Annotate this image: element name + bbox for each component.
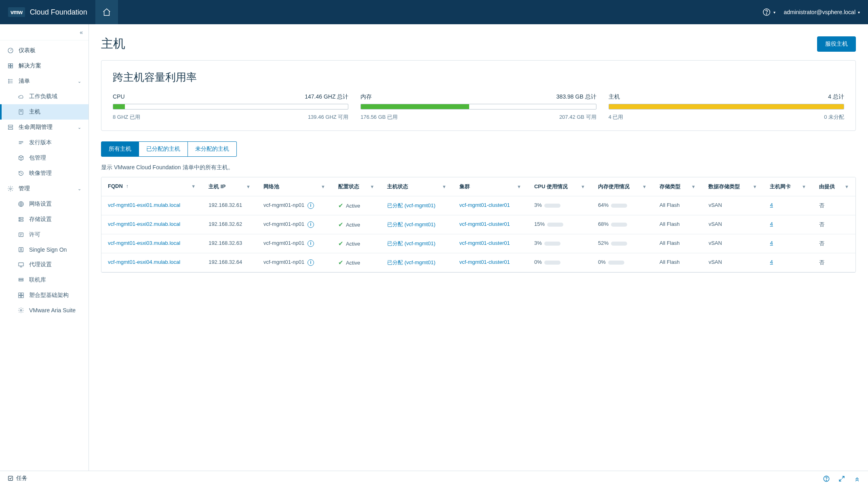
fqdn-link[interactable]: vcf-mgmt01-esxi02.mulab.local xyxy=(108,221,180,227)
col-header-10[interactable]: 主机网卡▼ xyxy=(763,177,812,196)
col-header-2[interactable]: 网络池▼ xyxy=(257,177,332,196)
cap-bar xyxy=(113,104,348,109)
cap-free: 139.46 GHZ 可用 xyxy=(308,114,348,121)
col-header-6[interactable]: CPU 使用情况▼ xyxy=(528,177,592,196)
nics-link[interactable]: 4 xyxy=(770,202,773,208)
commission-host-button[interactable]: 服役主机 xyxy=(817,36,856,52)
svg-rect-28 xyxy=(21,296,23,298)
info-icon[interactable]: i xyxy=(308,202,314,209)
col-header-11[interactable]: 由提供▼ xyxy=(813,177,855,196)
fqdn-link[interactable]: vcf-mgmt01-esxi04.mulab.local xyxy=(108,259,180,265)
col-header-8[interactable]: 存储类型▼ xyxy=(653,177,702,196)
cpu-cell: 3% xyxy=(528,196,592,215)
nav-item-15[interactable]: 联机库 xyxy=(0,272,88,288)
cluster-link[interactable]: vcf-mgmt01-cluster01 xyxy=(459,202,510,208)
col-header-9[interactable]: 数据存储类型▼ xyxy=(702,177,763,196)
nav-item-9[interactable]: 管理⌄ xyxy=(0,181,88,196)
nav-item-3[interactable]: 工作负载域 xyxy=(0,89,88,104)
filter-icon[interactable]: ▼ xyxy=(442,184,447,189)
info-icon[interactable]: i xyxy=(308,240,314,247)
tasks-tab[interactable]: 任务 xyxy=(7,475,27,483)
host-state-link[interactable]: 已分配 (vcf-mgmt01) xyxy=(387,259,435,265)
col-header-5[interactable]: 集群▼ xyxy=(453,177,528,196)
cluster-link[interactable]: vcf-mgmt01-cluster01 xyxy=(459,240,510,246)
nav-item-2[interactable]: 清单⌄ xyxy=(0,74,88,89)
footer-expand-icon[interactable] xyxy=(838,475,845,482)
cluster-link[interactable]: vcf-mgmt01-cluster01 xyxy=(459,259,510,265)
host-table[interactable]: FQDN↑▼主机 IP▼网络池▼配置状态▼主机状态▼集群▼CPU 使用情况▼内存… xyxy=(101,177,856,273)
footer-help-icon[interactable] xyxy=(823,475,830,482)
cluster-link[interactable]: vcf-mgmt01-cluster01 xyxy=(459,221,510,227)
info-icon[interactable]: i xyxy=(308,259,314,266)
nav-item-0[interactable]: 仪表板 xyxy=(0,43,88,58)
filter-icon[interactable]: ▼ xyxy=(370,184,374,189)
fqdn-link[interactable]: vcf-mgmt01-esxi01.mulab.local xyxy=(108,202,180,208)
fqdn-link[interactable]: vcf-mgmt01-esxi03.mulab.local xyxy=(108,240,180,246)
filter-icon[interactable]: ▼ xyxy=(845,184,849,189)
table-row: vcf-mgmt01-esxi01.mulab.local192.168.32.… xyxy=(101,196,855,215)
nav-item-11[interactable]: 存储设置 xyxy=(0,212,88,227)
footer-collapse-icon[interactable] xyxy=(853,475,861,482)
nics-link[interactable]: 4 xyxy=(770,259,773,265)
pool-cell: vcf-mgmt01-np01 i xyxy=(257,234,332,253)
aria-icon xyxy=(18,307,25,313)
nav-item-8[interactable]: 映像管理 xyxy=(0,166,88,181)
nav-item-1[interactable]: 解决方案 xyxy=(0,58,88,74)
nav-item-12[interactable]: 许可 xyxy=(0,227,88,242)
nav-label: 管理 xyxy=(19,185,30,192)
grid-icon xyxy=(7,63,15,69)
filter-icon[interactable]: ▼ xyxy=(246,184,251,189)
filter-icon[interactable]: ▼ xyxy=(321,184,325,189)
storage-cell: All Flash xyxy=(653,196,702,215)
host-state-link[interactable]: 已分配 (vcf-mgmt01) xyxy=(387,240,435,246)
cap-used: 176.56 GB 已用 xyxy=(360,114,398,121)
cog-icon xyxy=(7,185,15,192)
cpu-cell: 15% xyxy=(528,215,592,234)
layers-icon xyxy=(7,124,15,130)
cap-bar xyxy=(360,104,596,109)
filter-icon[interactable]: ▼ xyxy=(691,184,696,189)
home-button[interactable] xyxy=(95,0,118,24)
nav-item-6[interactable]: 发行版本 xyxy=(0,135,88,150)
cap-free: 207.42 GB 可用 xyxy=(559,114,596,121)
nav-item-16[interactable]: 塑合型基础架构 xyxy=(0,288,88,303)
svg-rect-27 xyxy=(19,296,21,298)
help-icon[interactable]: ▾ xyxy=(762,8,775,17)
nav-item-13[interactable]: Single Sign On xyxy=(0,242,88,257)
nav-item-14[interactable]: 代理设置 xyxy=(0,257,88,272)
pool-cell: vcf-mgmt01-np01 i xyxy=(257,215,332,234)
info-icon[interactable]: i xyxy=(308,221,314,228)
tab-1[interactable]: 已分配的主机 xyxy=(139,141,188,157)
nav-item-10[interactable]: 网络设置 xyxy=(0,196,88,212)
tasks-label: 任务 xyxy=(16,475,27,482)
filter-icon[interactable]: ▼ xyxy=(517,184,521,189)
filter-icon[interactable]: ▼ xyxy=(191,184,196,189)
col-header-3[interactable]: 配置状态▼ xyxy=(332,177,381,196)
capacity-card: 跨主机容量利用率 CPU147.46 GHZ 总计8 GHZ 已用139.46 … xyxy=(101,60,856,131)
package-icon xyxy=(18,155,25,161)
nics-link[interactable]: 4 xyxy=(770,240,773,246)
col-header-1[interactable]: 主机 IP▼ xyxy=(202,177,257,196)
tab-2[interactable]: 未分配的主机 xyxy=(188,141,237,157)
ip-cell: 192.168.32.64 xyxy=(202,253,257,272)
sidebar-collapse[interactable]: « xyxy=(0,24,88,40)
nav-item-5[interactable]: 生命周期管理⌄ xyxy=(0,120,88,135)
nics-link[interactable]: 4 xyxy=(770,221,773,227)
filter-icon[interactable]: ▼ xyxy=(802,184,806,189)
filter-icon[interactable]: ▼ xyxy=(642,184,647,189)
col-label: CPU 使用情况 xyxy=(534,183,568,190)
col-header-0[interactable]: FQDN↑▼ xyxy=(101,177,202,196)
filter-icon[interactable]: ▼ xyxy=(753,184,757,189)
cpu-cell: 0% xyxy=(528,253,592,272)
col-header-4[interactable]: 主机状态▼ xyxy=(381,177,453,196)
host-state-link[interactable]: 已分配 (vcf-mgmt01) xyxy=(387,202,435,208)
filter-icon[interactable]: ▼ xyxy=(581,184,585,189)
nav-item-4[interactable]: 主机 xyxy=(0,104,88,120)
col-header-7[interactable]: 内存使用情况▼ xyxy=(592,177,653,196)
nav-item-7[interactable]: 包管理 xyxy=(0,150,88,166)
check-icon: ✔ xyxy=(338,259,343,266)
user-menu[interactable]: administrator@vsphere.local ▾ xyxy=(784,9,860,15)
tab-0[interactable]: 所有主机 xyxy=(101,141,139,157)
host-state-link[interactable]: 已分配 (vcf-mgmt01) xyxy=(387,221,435,227)
nav-item-17[interactable]: VMware Aria Suite xyxy=(0,303,88,318)
